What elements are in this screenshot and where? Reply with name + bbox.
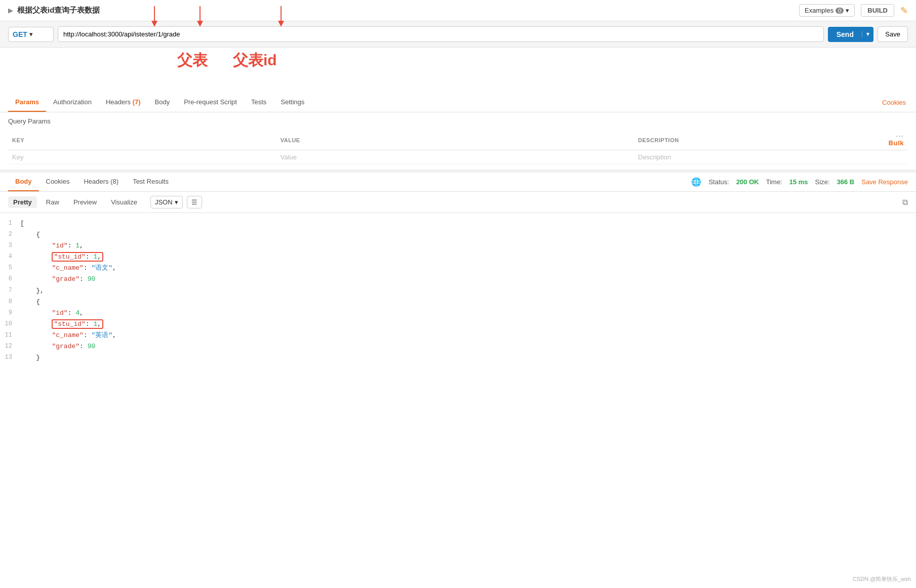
- format-tab-visualize[interactable]: Visualize: [106, 196, 142, 208]
- format-bar: Pretty Raw Preview Visualize JSON ▾ ☰ ⧉: [0, 192, 916, 213]
- code-content-1: [: [20, 218, 916, 229]
- code-area: 1 [ 2 { 3 "id": 1, 4 "stu_id": 1, 5 "c_n…: [0, 213, 916, 368]
- more-options-btn[interactable]: ···: [896, 133, 904, 139]
- code-content-8: {: [20, 297, 916, 308]
- line-num-12: 12: [0, 341, 20, 351]
- save-response-button[interactable]: Save Response: [861, 178, 908, 186]
- collapse-icon[interactable]: ▶: [8, 7, 13, 14]
- url-input[interactable]: [58, 26, 824, 42]
- response-tab-body[interactable]: Body: [8, 173, 39, 191]
- top-bar-left: ▶ 根据父表id查询子表数据: [8, 6, 100, 15]
- response-tabs: Body Cookies Headers (8) Test Results 🌐 …: [0, 173, 916, 192]
- annotation-fubiao-id: 父表id: [233, 50, 277, 71]
- globe-icon: 🌐: [691, 177, 701, 187]
- code-content-2: {: [20, 229, 916, 240]
- tab-authorization[interactable]: Authorization: [46, 93, 99, 112]
- json-format-dropdown-icon: ▾: [175, 198, 178, 206]
- response-tab-cookies[interactable]: Cookies: [39, 173, 77, 191]
- code-content-9: "id": 4,: [20, 308, 916, 319]
- edit-button[interactable]: ✎: [900, 5, 908, 16]
- tab-body[interactable]: Body: [148, 93, 177, 112]
- url-bar: GET ▾ Send ▾ Save: [0, 21, 916, 48]
- value-placeholder[interactable]: Value: [281, 153, 297, 161]
- wrap-icon: ☰: [191, 198, 197, 206]
- code-line-13: 13 }: [0, 352, 916, 363]
- code-line-9: 9 "id": 4,: [0, 308, 916, 319]
- line-num-13: 13: [0, 352, 20, 362]
- time-value: 15 ms: [789, 178, 808, 186]
- method-dropdown-icon: ▾: [29, 30, 33, 38]
- url-bar-container: GET ▾ Send ▾ Save 子表: [0, 21, 916, 48]
- code-line-2: 2 {: [0, 229, 916, 240]
- size-label: Size:: [815, 178, 830, 186]
- send-button[interactable]: Send ▾: [828, 27, 873, 42]
- format-tab-pretty[interactable]: Pretty: [8, 196, 37, 208]
- annotation-fubiao: 父表: [177, 50, 208, 71]
- status-value: 200 OK: [736, 178, 759, 186]
- col-value: VALUE: [276, 130, 634, 150]
- save-button[interactable]: Save: [878, 26, 908, 42]
- code-content-6: "grade": 90: [20, 274, 916, 285]
- tab-tests[interactable]: Tests: [244, 93, 273, 112]
- code-content-11: "c_name": "英语",: [20, 330, 916, 341]
- code-line-8: 8 {: [0, 297, 916, 308]
- line-num-7: 7: [0, 285, 20, 296]
- time-label: Time:: [766, 178, 782, 186]
- col-description: DESCRIPTION: [634, 130, 885, 150]
- send-dropdown-icon[interactable]: ▾: [862, 31, 873, 37]
- headers-badge: (7): [133, 98, 141, 106]
- tab-settings[interactable]: Settings: [273, 93, 311, 112]
- code-content-4: "stu_id": 1,: [20, 251, 916, 263]
- code-content-13: }: [20, 352, 916, 363]
- code-line-11: 11 "c_name": "英语",: [0, 330, 916, 341]
- tab-params[interactable]: Params: [8, 93, 46, 112]
- response-tab-test-results[interactable]: Test Results: [126, 173, 176, 191]
- code-line-7: 7 },: [0, 285, 916, 297]
- format-tab-preview[interactable]: Preview: [68, 196, 102, 208]
- bulk-btn[interactable]: Bulk: [889, 139, 904, 147]
- tab-headers[interactable]: Headers (7): [99, 93, 148, 112]
- key-placeholder[interactable]: Key: [12, 153, 23, 161]
- code-line-5: 5 "c_name": "语文",: [0, 263, 916, 274]
- copy-button[interactable]: ⧉: [902, 198, 908, 207]
- desc-placeholder[interactable]: Description: [638, 153, 671, 161]
- examples-count: 0: [835, 8, 844, 14]
- col-actions: ··· Bulk: [885, 130, 908, 150]
- tab-pre-request[interactable]: Pre-request Script: [177, 93, 244, 112]
- response-tab-headers[interactable]: Headers (8): [76, 173, 126, 191]
- build-button[interactable]: BUILD: [861, 4, 894, 17]
- size-value: 366 B: [837, 178, 855, 186]
- code-line-4: 4 "stu_id": 1,: [0, 251, 916, 263]
- line-num-8: 8: [0, 297, 20, 307]
- cookies-link[interactable]: Cookies: [880, 94, 908, 111]
- line-num-9: 9: [0, 308, 20, 318]
- code-content-7: },: [20, 285, 916, 297]
- code-line-1: 1 [: [0, 218, 916, 229]
- line-num-2: 2: [0, 229, 20, 239]
- line-num-10: 10: [0, 319, 20, 329]
- status-label: Status:: [708, 178, 729, 186]
- col-key: KEY: [8, 130, 276, 150]
- json-format-select[interactable]: JSON ▾: [150, 196, 183, 208]
- response-headers-badge: (8): [110, 178, 118, 185]
- line-num-5: 5: [0, 263, 20, 273]
- method-select[interactable]: GET ▾: [8, 27, 54, 42]
- line-num-1: 1: [0, 218, 20, 228]
- code-content-3: "id": 1,: [20, 240, 916, 251]
- top-bar: ▶ 根据父表id查询子表数据 Examples 0 ▾ BUILD ✎: [0, 0, 916, 21]
- format-tab-raw[interactable]: Raw: [41, 196, 64, 208]
- wrap-button[interactable]: ☰: [187, 196, 202, 208]
- examples-button[interactable]: Examples 0 ▾: [799, 4, 855, 17]
- examples-label: Examples: [805, 7, 833, 14]
- table-row: Key Value Description: [8, 150, 908, 164]
- code-line-12: 12 "grade": 90: [0, 341, 916, 352]
- line-num-11: 11: [0, 330, 20, 340]
- json-format-label: JSON: [155, 198, 173, 206]
- code-line-10: 10 "stu_id": 1,: [0, 319, 916, 330]
- examples-dropdown-icon[interactable]: ▾: [846, 7, 849, 14]
- code-content-5: "c_name": "语文",: [20, 263, 916, 274]
- send-label: Send: [828, 30, 862, 38]
- query-params-section: Query Params KEY VALUE DESCRIPTION ··· B…: [0, 112, 916, 170]
- params-table: KEY VALUE DESCRIPTION ··· Bulk Key Value…: [8, 130, 908, 164]
- annotation-row: 父表 父表id: [0, 48, 916, 93]
